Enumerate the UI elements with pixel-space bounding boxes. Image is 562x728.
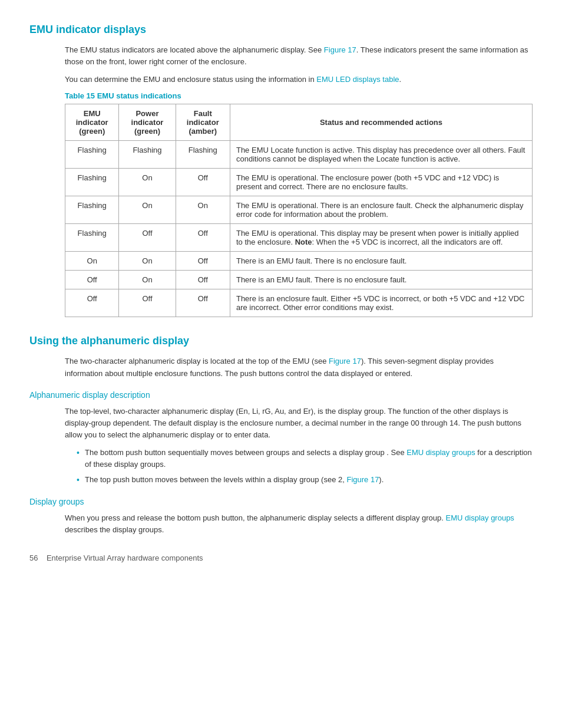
list-item: The top push button moves between the le…	[77, 474, 533, 486]
table-row: Off Off Off There is an enclosure fault.…	[65, 289, 533, 317]
section1-para1: The EMU status indicators are located ab…	[65, 44, 533, 68]
table-row: Flashing Off Off The EMU is operational.…	[65, 224, 533, 252]
col-header-fault: Fault indicator(amber)	[176, 104, 230, 141]
section2: Using the alphanumeric display The two-c…	[29, 335, 533, 535]
subsection2-para: When you press and release the bottom pu…	[65, 512, 533, 536]
emu-cell: Off	[65, 289, 119, 317]
emu-cell: Flashing	[65, 169, 119, 196]
table-row: Flashing On On The EMU is operational. T…	[65, 196, 533, 224]
power-cell: On	[119, 271, 176, 289]
emu-cell: Flashing	[65, 196, 119, 224]
section1-para2: You can determine the EMU and enclosure …	[65, 74, 533, 85]
fault-cell: Off	[176, 289, 230, 317]
status-cell: There is an enclosure fault. Either +5 V…	[230, 289, 532, 317]
fault-cell: Off	[176, 224, 230, 252]
emu-status-table: EMU indicator(green) Power indicator(gre…	[65, 104, 533, 317]
fault-cell: Off	[176, 169, 230, 196]
power-cell: On	[119, 252, 176, 271]
table15-title: Table 15 EMU status indications	[65, 91, 533, 100]
power-cell: Flashing	[119, 141, 176, 169]
table-row: Flashing Flashing Flashing The EMU Locat…	[65, 141, 533, 169]
col-header-power: Power indicator(green)	[119, 104, 176, 141]
fault-cell: Off	[176, 252, 230, 271]
figure17-link1[interactable]: Figure 17	[324, 45, 356, 54]
section2-title: Using the alphanumeric display	[29, 335, 533, 347]
figure17-link2[interactable]: Figure 17	[329, 357, 361, 365]
subsection2-title: Display groups	[29, 497, 533, 506]
section1: EMU indicator displays The EMU status in…	[29, 24, 533, 317]
subsection1-para: The top-level, two-character alphanumeri…	[65, 406, 533, 441]
footer-text: Enterprise Virtual Array hardware compon…	[47, 554, 203, 562]
table-row: Off On Off There is an EMU fault. There …	[65, 271, 533, 289]
col-header-status: Status and recommended actions	[230, 104, 532, 141]
subsection1-title: Alphanumeric display description	[29, 390, 533, 400]
figure17-link3[interactable]: Figure 17	[346, 475, 379, 484]
note-label: Note	[295, 238, 312, 246]
emu-cell: Off	[65, 271, 119, 289]
fault-cell: On	[176, 196, 230, 224]
emu-display-groups-link1[interactable]: EMU display groups	[406, 448, 475, 457]
fault-cell: Off	[176, 271, 230, 289]
section1-title: EMU indicator displays	[29, 24, 533, 36]
emu-cell: Flashing	[65, 224, 119, 252]
table-row: On On Off There is an EMU fault. There i…	[65, 252, 533, 271]
power-cell: Off	[119, 224, 176, 252]
emu-display-groups-link2[interactable]: EMU display groups	[446, 513, 514, 522]
status-cell: The EMU Locate function is active. This …	[230, 141, 532, 169]
table-row: Flashing On Off The EMU is operational. …	[65, 169, 533, 196]
status-cell: The EMU is operational. The enclosure po…	[230, 169, 532, 196]
page-number: 56	[29, 554, 38, 562]
fault-cell: Flashing	[176, 141, 230, 169]
page-footer: 56 Enterprise Virtual Array hardware com…	[29, 554, 533, 562]
status-cell: There is an EMU fault. There is no enclo…	[230, 271, 532, 289]
bullet-list: The bottom push button sequentially move…	[77, 447, 533, 486]
col-header-emu: EMU indicator(green)	[65, 104, 119, 141]
power-cell: On	[119, 169, 176, 196]
emu-led-link[interactable]: EMU LED displays table	[316, 75, 399, 84]
section2-para1: The two-character alphanumeric display i…	[65, 355, 533, 379]
status-cell: There is an EMU fault. There is no enclo…	[230, 252, 532, 271]
power-cell: On	[119, 196, 176, 224]
status-cell: The EMU is operational. This display may…	[230, 224, 532, 252]
emu-cell: Flashing	[65, 141, 119, 169]
status-cell: The EMU is operational. There is an encl…	[230, 196, 532, 224]
emu-cell: On	[65, 252, 119, 271]
list-item: The bottom push button sequentially move…	[77, 447, 533, 470]
power-cell: Off	[119, 289, 176, 317]
